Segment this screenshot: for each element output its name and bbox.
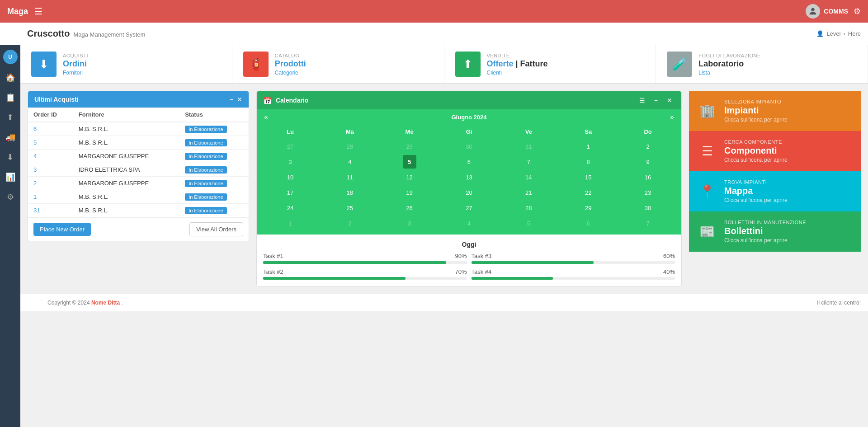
calendar-day[interactable]: 28 <box>343 140 357 153</box>
calendar-day[interactable]: 26 <box>403 201 416 215</box>
right-card-mappa[interactable]: 📍 TROVA IMPIANTI Mappa Clicca sull'icona… <box>689 171 861 211</box>
calendar-day[interactable]: 10 <box>283 170 297 184</box>
calendar-day[interactable]: 1 <box>283 216 297 230</box>
table-row[interactable]: 1 M.B. S.R.L. In Elaborazione <box>28 190 249 204</box>
vendite-sub[interactable]: Clienti <box>487 70 548 76</box>
calendar-day[interactable]: 6 <box>581 216 595 230</box>
calendar-day[interactable]: 3 <box>283 155 297 169</box>
order-id-cell[interactable]: 3 <box>28 163 73 177</box>
calendar-day[interactable]: 9 <box>641 155 655 169</box>
hamburger-icon[interactable]: ☰ <box>34 6 42 17</box>
calendar-day[interactable]: 2 <box>641 140 655 153</box>
order-id-cell[interactable]: 2 <box>28 177 73 190</box>
calendar-menu-button[interactable]: ☰ <box>637 96 648 105</box>
task-item: Task #1 90% <box>263 253 467 264</box>
calendar-day[interactable]: 25 <box>343 201 357 215</box>
calendar-day[interactable]: 28 <box>522 201 535 215</box>
view-all-orders-button[interactable]: View All Orders <box>189 222 243 236</box>
calendar-day[interactable]: 7 <box>522 155 535 169</box>
acquisti-sub[interactable]: Fornitori <box>63 70 88 76</box>
sidebar-item-orders[interactable]: 📋 <box>1 89 19 107</box>
calendar-day[interactable]: 14 <box>522 170 535 184</box>
tasks-grid: Task #1 90% Task #3 60% Task #2 70% Task… <box>263 253 675 280</box>
sidebar-item-stats[interactable]: 📊 <box>1 168 19 186</box>
order-id-cell[interactable]: 4 <box>28 150 73 163</box>
calendar-day[interactable]: 3 <box>403 216 416 230</box>
top-card-fogli[interactable]: 🧪 FOGLI DI LAVORAZIONE Laboratorio Lista <box>656 45 868 83</box>
calendar-day[interactable]: 5 <box>403 155 416 169</box>
footer-company-link[interactable]: Nome Ditta <box>91 300 120 306</box>
calendar-day[interactable]: 6 <box>462 155 476 169</box>
order-id-cell[interactable]: 5 <box>28 136 73 150</box>
calendar-day[interactable]: 31 <box>522 140 535 153</box>
fogli-sub[interactable]: Lista <box>698 70 761 76</box>
calendar-day[interactable]: 29 <box>581 201 595 215</box>
calendar-day[interactable]: 4 <box>462 216 476 230</box>
next-month-button[interactable]: » <box>670 113 674 121</box>
calendar-day[interactable]: 11 <box>343 170 357 184</box>
ordini-link[interactable]: Ordini <box>63 59 87 68</box>
sidebar-item-truck[interactable]: 🚚 <box>1 128 19 146</box>
table-row[interactable]: 2 MARGARONE GIUSEPPE In Elaborazione <box>28 177 249 190</box>
sidebar-item-upload[interactable]: ⬆ <box>1 108 19 127</box>
calendar-day[interactable]: 27 <box>462 201 476 215</box>
calendar-day[interactable]: 7 <box>641 216 655 230</box>
calendar-close-button[interactable]: ✕ <box>664 96 675 105</box>
catalog-sub[interactable]: Categorie <box>275 70 306 76</box>
calendar-day[interactable]: 19 <box>403 186 416 199</box>
fatture-link[interactable]: Fatture <box>520 59 548 68</box>
calendar-day[interactable]: 15 <box>581 170 595 184</box>
sidebar-item-settings[interactable]: ⚙ <box>1 188 19 206</box>
sidebar-item-home[interactable]: 🏠 <box>1 69 19 87</box>
calendar-day[interactable]: 8 <box>581 155 595 169</box>
table-row[interactable]: 3 IDRO ELETTRICA SPA In Elaborazione <box>28 163 249 177</box>
calendar-day[interactable]: 27 <box>283 140 297 153</box>
prodotti-link[interactable]: Prodotti <box>275 59 306 68</box>
table-row[interactable]: 6 M.B. S.R.L. In Elaborazione <box>28 122 249 136</box>
calendar-day[interactable]: 29 <box>403 140 416 153</box>
calendar-day[interactable]: 5 <box>522 216 535 230</box>
calendar-day[interactable]: 21 <box>522 186 535 199</box>
page-title: Cruscotto <box>27 28 70 39</box>
task-pct: 70% <box>455 268 467 275</box>
top-card-vendite[interactable]: ⬆ VENDITE Offerte | Fatture Clienti <box>444 45 656 83</box>
calendar-day[interactable]: 17 <box>283 186 297 199</box>
calendar-day[interactable]: 18 <box>343 186 357 199</box>
fogli-text: FOGLI DI LAVORAZIONE Laboratorio Lista <box>698 53 761 76</box>
calendar-day[interactable]: 12 <box>403 170 416 184</box>
order-id-cell[interactable]: 1 <box>28 190 73 204</box>
order-id-cell[interactable]: 31 <box>28 204 73 217</box>
orders-close-button[interactable]: ✕ <box>237 96 242 103</box>
top-card-catalog[interactable]: 🧯 CATALOG Prodotti Categorie <box>232 45 444 83</box>
table-row[interactable]: 4 MARGARONE GIUSEPPE In Elaborazione <box>28 150 249 163</box>
calendar-day[interactable]: 22 <box>581 186 595 199</box>
user-menu[interactable]: COMMS <box>806 4 848 19</box>
prev-month-button[interactable]: « <box>264 113 268 121</box>
order-id-cell[interactable]: 6 <box>28 122 73 136</box>
calendar-day[interactable]: 24 <box>283 201 297 215</box>
calendar-day[interactable]: 13 <box>462 170 476 184</box>
settings-icon[interactable]: ⚙ <box>854 6 861 16</box>
breadcrumb-here: Here <box>848 30 861 37</box>
right-card-componenti[interactable]: ☰ CERCA COMPONENTE Componenti Clicca sul… <box>689 131 861 171</box>
calendar-day[interactable]: 23 <box>641 186 655 199</box>
right-card-bollettini[interactable]: 📰 BOLLETTINI IN MANUTENZIONE Bollettini … <box>689 211 861 252</box>
table-row[interactable]: 31 M.B. S.R.L. In Elaborazione <box>28 204 249 217</box>
calendar-day[interactable]: 1 <box>581 140 595 153</box>
breadcrumb-level[interactable]: Level <box>826 30 840 37</box>
calendar-day[interactable]: 2 <box>343 216 357 230</box>
offerte-link[interactable]: Offerte <box>487 59 514 68</box>
calendar-day[interactable]: 20 <box>462 186 476 199</box>
status-cell: In Elaborazione <box>179 190 249 204</box>
calendar-minimize-button[interactable]: − <box>651 96 660 105</box>
orders-minimize-button[interactable]: − <box>230 96 233 103</box>
calendar-day[interactable]: 30 <box>462 140 476 153</box>
right-card-impianti[interactable]: 🏢 SELEZIONA IMPIANTO Impianti Clicca sul… <box>689 91 861 131</box>
table-row[interactable]: 5 M.B. S.R.L. In Elaborazione <box>28 136 249 150</box>
place-new-order-button[interactable]: Place New Order <box>33 223 91 236</box>
calendar-day[interactable]: 4 <box>343 155 357 169</box>
calendar-day[interactable]: 30 <box>641 201 655 215</box>
sidebar-item-download[interactable]: ⬇ <box>1 148 19 166</box>
calendar-day[interactable]: 16 <box>641 170 655 184</box>
top-card-acquisti[interactable]: ⬇ ACQUISTI Ordini Fornitori <box>20 45 232 83</box>
